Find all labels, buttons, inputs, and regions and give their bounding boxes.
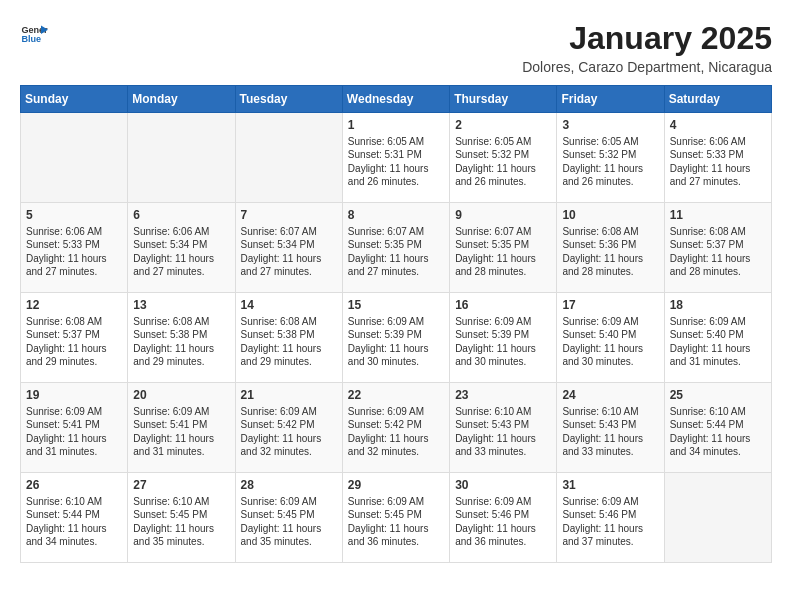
calendar-week-row: 5Sunrise: 6:06 AM Sunset: 5:33 PM Daylig… [21, 203, 772, 293]
day-info: Sunrise: 6:06 AM Sunset: 5:33 PM Dayligh… [670, 135, 766, 189]
table-row: 9Sunrise: 6:07 AM Sunset: 5:35 PM Daylig… [450, 203, 557, 293]
logo-icon: General Blue [20, 20, 48, 48]
table-row: 26Sunrise: 6:10 AM Sunset: 5:44 PM Dayli… [21, 473, 128, 563]
table-row: 4Sunrise: 6:06 AM Sunset: 5:33 PM Daylig… [664, 113, 771, 203]
table-row: 6Sunrise: 6:06 AM Sunset: 5:34 PM Daylig… [128, 203, 235, 293]
day-info: Sunrise: 6:09 AM Sunset: 5:46 PM Dayligh… [562, 495, 658, 549]
day-number: 6 [133, 207, 229, 224]
day-number: 20 [133, 387, 229, 404]
day-number: 18 [670, 297, 766, 314]
day-info: Sunrise: 6:07 AM Sunset: 5:34 PM Dayligh… [241, 225, 337, 279]
day-number: 25 [670, 387, 766, 404]
table-row: 19Sunrise: 6:09 AM Sunset: 5:41 PM Dayli… [21, 383, 128, 473]
col-friday: Friday [557, 86, 664, 113]
table-row: 15Sunrise: 6:09 AM Sunset: 5:39 PM Dayli… [342, 293, 449, 383]
day-info: Sunrise: 6:10 AM Sunset: 5:44 PM Dayligh… [26, 495, 122, 549]
table-row: 3Sunrise: 6:05 AM Sunset: 5:32 PM Daylig… [557, 113, 664, 203]
table-row: 30Sunrise: 6:09 AM Sunset: 5:46 PM Dayli… [450, 473, 557, 563]
day-number: 23 [455, 387, 551, 404]
day-info: Sunrise: 6:09 AM Sunset: 5:41 PM Dayligh… [26, 405, 122, 459]
day-info: Sunrise: 6:09 AM Sunset: 5:39 PM Dayligh… [455, 315, 551, 369]
table-row: 31Sunrise: 6:09 AM Sunset: 5:46 PM Dayli… [557, 473, 664, 563]
title-section: January 2025 Dolores, Carazo Department,… [522, 20, 772, 75]
table-row: 29Sunrise: 6:09 AM Sunset: 5:45 PM Dayli… [342, 473, 449, 563]
table-row: 18Sunrise: 6:09 AM Sunset: 5:40 PM Dayli… [664, 293, 771, 383]
table-row: 27Sunrise: 6:10 AM Sunset: 5:45 PM Dayli… [128, 473, 235, 563]
table-row [21, 113, 128, 203]
table-row: 16Sunrise: 6:09 AM Sunset: 5:39 PM Dayli… [450, 293, 557, 383]
day-number: 7 [241, 207, 337, 224]
day-number: 27 [133, 477, 229, 494]
table-row: 2Sunrise: 6:05 AM Sunset: 5:32 PM Daylig… [450, 113, 557, 203]
table-row: 14Sunrise: 6:08 AM Sunset: 5:38 PM Dayli… [235, 293, 342, 383]
calendar-week-row: 12Sunrise: 6:08 AM Sunset: 5:37 PM Dayli… [21, 293, 772, 383]
day-number: 17 [562, 297, 658, 314]
calendar-week-row: 1Sunrise: 6:05 AM Sunset: 5:31 PM Daylig… [21, 113, 772, 203]
calendar-header-row: Sunday Monday Tuesday Wednesday Thursday… [21, 86, 772, 113]
day-info: Sunrise: 6:09 AM Sunset: 5:42 PM Dayligh… [348, 405, 444, 459]
table-row: 24Sunrise: 6:10 AM Sunset: 5:43 PM Dayli… [557, 383, 664, 473]
day-info: Sunrise: 6:09 AM Sunset: 5:41 PM Dayligh… [133, 405, 229, 459]
table-row: 10Sunrise: 6:08 AM Sunset: 5:36 PM Dayli… [557, 203, 664, 293]
col-wednesday: Wednesday [342, 86, 449, 113]
table-row: 22Sunrise: 6:09 AM Sunset: 5:42 PM Dayli… [342, 383, 449, 473]
table-row: 28Sunrise: 6:09 AM Sunset: 5:45 PM Dayli… [235, 473, 342, 563]
day-number: 19 [26, 387, 122, 404]
table-row: 25Sunrise: 6:10 AM Sunset: 5:44 PM Dayli… [664, 383, 771, 473]
day-info: Sunrise: 6:10 AM Sunset: 5:43 PM Dayligh… [562, 405, 658, 459]
day-number: 16 [455, 297, 551, 314]
day-number: 1 [348, 117, 444, 134]
day-info: Sunrise: 6:07 AM Sunset: 5:35 PM Dayligh… [348, 225, 444, 279]
day-number: 9 [455, 207, 551, 224]
day-info: Sunrise: 6:09 AM Sunset: 5:40 PM Dayligh… [670, 315, 766, 369]
day-info: Sunrise: 6:08 AM Sunset: 5:36 PM Dayligh… [562, 225, 658, 279]
day-info: Sunrise: 6:09 AM Sunset: 5:45 PM Dayligh… [241, 495, 337, 549]
day-number: 31 [562, 477, 658, 494]
day-info: Sunrise: 6:10 AM Sunset: 5:44 PM Dayligh… [670, 405, 766, 459]
day-number: 5 [26, 207, 122, 224]
table-row [128, 113, 235, 203]
table-row: 7Sunrise: 6:07 AM Sunset: 5:34 PM Daylig… [235, 203, 342, 293]
day-info: Sunrise: 6:09 AM Sunset: 5:45 PM Dayligh… [348, 495, 444, 549]
table-row [235, 113, 342, 203]
col-saturday: Saturday [664, 86, 771, 113]
table-row: 11Sunrise: 6:08 AM Sunset: 5:37 PM Dayli… [664, 203, 771, 293]
calendar-week-row: 26Sunrise: 6:10 AM Sunset: 5:44 PM Dayli… [21, 473, 772, 563]
day-number: 26 [26, 477, 122, 494]
day-info: Sunrise: 6:09 AM Sunset: 5:42 PM Dayligh… [241, 405, 337, 459]
table-row: 1Sunrise: 6:05 AM Sunset: 5:31 PM Daylig… [342, 113, 449, 203]
page-subtitle: Dolores, Carazo Department, Nicaragua [522, 59, 772, 75]
calendar-table: Sunday Monday Tuesday Wednesday Thursday… [20, 85, 772, 563]
day-info: Sunrise: 6:08 AM Sunset: 5:37 PM Dayligh… [670, 225, 766, 279]
day-number: 28 [241, 477, 337, 494]
day-number: 12 [26, 297, 122, 314]
table-row: 20Sunrise: 6:09 AM Sunset: 5:41 PM Dayli… [128, 383, 235, 473]
col-sunday: Sunday [21, 86, 128, 113]
day-info: Sunrise: 6:10 AM Sunset: 5:43 PM Dayligh… [455, 405, 551, 459]
logo: General Blue [20, 20, 48, 48]
day-info: Sunrise: 6:05 AM Sunset: 5:32 PM Dayligh… [562, 135, 658, 189]
day-info: Sunrise: 6:08 AM Sunset: 5:38 PM Dayligh… [133, 315, 229, 369]
day-info: Sunrise: 6:08 AM Sunset: 5:37 PM Dayligh… [26, 315, 122, 369]
day-number: 30 [455, 477, 551, 494]
svg-text:Blue: Blue [21, 34, 41, 44]
day-info: Sunrise: 6:06 AM Sunset: 5:34 PM Dayligh… [133, 225, 229, 279]
day-number: 8 [348, 207, 444, 224]
day-number: 24 [562, 387, 658, 404]
day-info: Sunrise: 6:05 AM Sunset: 5:31 PM Dayligh… [348, 135, 444, 189]
day-info: Sunrise: 6:09 AM Sunset: 5:40 PM Dayligh… [562, 315, 658, 369]
day-number: 10 [562, 207, 658, 224]
day-info: Sunrise: 6:09 AM Sunset: 5:39 PM Dayligh… [348, 315, 444, 369]
table-row [664, 473, 771, 563]
day-number: 15 [348, 297, 444, 314]
day-number: 29 [348, 477, 444, 494]
day-info: Sunrise: 6:07 AM Sunset: 5:35 PM Dayligh… [455, 225, 551, 279]
day-info: Sunrise: 6:08 AM Sunset: 5:38 PM Dayligh… [241, 315, 337, 369]
table-row: 17Sunrise: 6:09 AM Sunset: 5:40 PM Dayli… [557, 293, 664, 383]
col-thursday: Thursday [450, 86, 557, 113]
page-title: January 2025 [522, 20, 772, 57]
day-info: Sunrise: 6:05 AM Sunset: 5:32 PM Dayligh… [455, 135, 551, 189]
day-number: 2 [455, 117, 551, 134]
table-row: 23Sunrise: 6:10 AM Sunset: 5:43 PM Dayli… [450, 383, 557, 473]
page-header: General Blue January 2025 Dolores, Caraz… [20, 20, 772, 75]
